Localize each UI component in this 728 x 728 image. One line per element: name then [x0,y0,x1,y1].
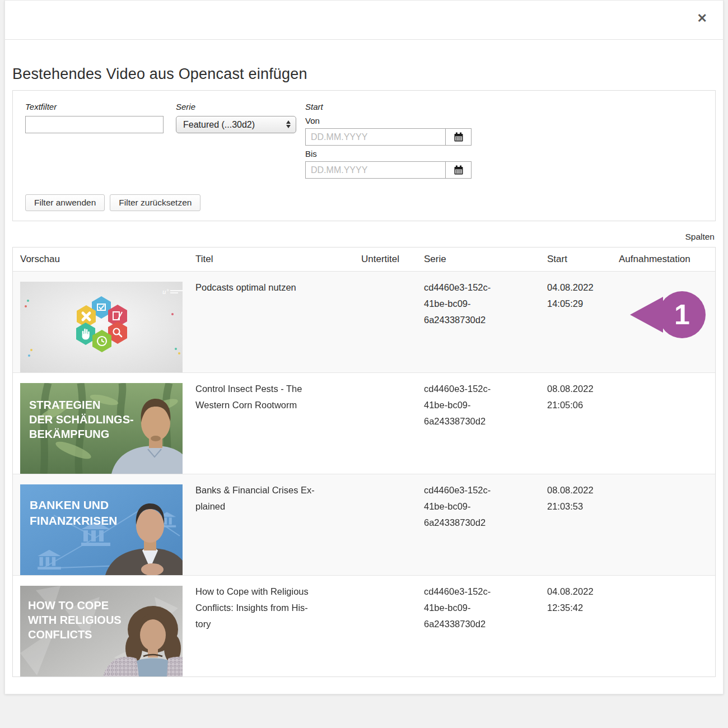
textfilter-input[interactable] [25,116,164,133]
table-row[interactable]: HOW TO COPE WITH RELIGIOUS CONFLICTS How… [13,576,715,676]
start-label: Start [305,102,473,111]
video-start-time: 08.08.2022 21:05:06 [547,384,594,410]
video-title: How to Cope with Religious Conflicts: In… [195,586,309,629]
table-row[interactable]: u b Podcasts optimal nutzen cd4460e3-152… [13,272,715,373]
ub-logo-text: u [162,287,166,296]
serie-select[interactable]: Featured (...30d2) [176,116,296,133]
serie-column: Serie Featured (...30d2) [176,102,296,133]
thumb-title-line: CONFLICTS [28,628,92,641]
video-start-time: 04.08.2022 12:35:42 [547,586,594,613]
header-serie: Serie [417,254,540,265]
columns-settings-link[interactable]: Spalten [685,232,715,242]
video-thumbnail: HOW TO COPE WITH RELIGIOUS CONFLICTS [13,576,188,676]
thumb-title-line: STRATEGIEN [29,399,100,411]
textfilter-column: Textfilter [25,102,164,133]
serie-label: Serie [176,102,296,111]
serie-selected-value: Featured (...30d2) [183,120,255,129]
thumb-title-line: BANKEN UND [30,498,109,511]
table-row[interactable]: BANKEN UND FINANZKRISEN Banks & Financia… [13,474,715,576]
reset-filter-button[interactable]: Filter zurücksetzen [110,194,200,211]
date-to-calendar-button[interactable] [445,162,471,178]
modal-body: Bestehendes Video aus Opencast einfügen … [5,66,723,677]
page-title: Bestehendes Video aus Opencast einfügen [12,66,716,83]
video-title: Podcasts optimal nutzen [195,282,296,292]
header-untertitel: Untertitel [354,254,417,265]
filter-panel: Textfilter Serie Featured (...30d2) Star… [12,90,716,221]
thumbnail-banks-image: BANKEN UND FINANZKRISEN [20,484,183,575]
close-icon[interactable]: ✕ [694,12,711,25]
thumb-title-line: HOW TO COPE [28,599,109,612]
header-aufnahmestation: Aufnahmestation [612,254,715,265]
video-table: Vorschau Titel Untertitel Serie Start Au… [12,247,716,677]
thumb-title-line: BEKÄMPFUNG [29,428,109,440]
date-from-calendar-button[interactable] [445,129,471,145]
video-thumbnail: STRATEGIEN DER SCHÄDLINGS- BEKÄMPFUNG [13,373,188,474]
von-label: Von [305,116,473,125]
date-from-group [305,128,472,146]
calendar-icon [454,165,464,175]
date-from-input[interactable] [306,129,445,145]
table-row[interactable]: STRATEGIEN DER SCHÄDLINGS- BEKÄMPFUNG Co… [13,373,715,474]
video-thumbnail: u b [13,272,188,372]
header-titel: Titel [188,254,354,265]
thumb-title-line: WITH RELIGIOUS [28,614,122,626]
insert-video-modal: ✕ Bestehendes Video aus Opencast einfüge… [4,0,724,694]
video-series-id: cd4460e3-152c- 41be-bc09- 6a24338730d2 [424,384,491,426]
calendar-icon [454,132,464,142]
video-title: Control Insect Pests - The Western Corn … [195,384,302,410]
date-to-input[interactable] [306,162,445,178]
table-header: Vorschau Titel Untertitel Serie Start Au… [13,248,715,272]
bis-label: Bis [305,149,473,158]
thumb-title-line: FINANZKRISEN [30,514,117,527]
apply-filter-button[interactable]: Filter anwenden [25,194,105,211]
video-start-time: 08.08.2022 21:03:53 [547,485,594,511]
video-series-id: cd4460e3-152c- 41be-bc09- 6a24338730d2 [424,485,491,528]
video-start-time: 04.08.2022 14:05:29 [547,282,594,309]
header-start: Start [540,254,612,265]
video-series-id: cd4460e3-152c- 41be-bc09- 6a24338730d2 [424,586,491,629]
thumbnail-hexagons-image: u b [20,282,183,372]
thumbnail-corn-field-image: STRATEGIEN DER SCHÄDLINGS- BEKÄMPFUNG [20,383,183,474]
start-column: Start Von [305,102,473,179]
video-title: Banks & Financial Crises Ex- plained [195,485,315,511]
thumb-title-line: DER SCHÄDLINGS- [29,413,134,426]
select-arrows-icon [286,120,291,128]
ub-logo-sup: b [167,288,169,292]
modal-header: ✕ [5,1,723,40]
video-series-id: cd4460e3-152c- 41be-bc09- 6a24338730d2 [424,282,491,325]
textfilter-label: Textfilter [25,102,164,111]
video-thumbnail: BANKEN UND FINANZKRISEN [13,474,188,575]
date-to-group [305,161,472,179]
header-vorschau: Vorschau [13,254,188,265]
thumbnail-religion-image: HOW TO COPE WITH RELIGIOUS CONFLICTS [20,586,183,676]
